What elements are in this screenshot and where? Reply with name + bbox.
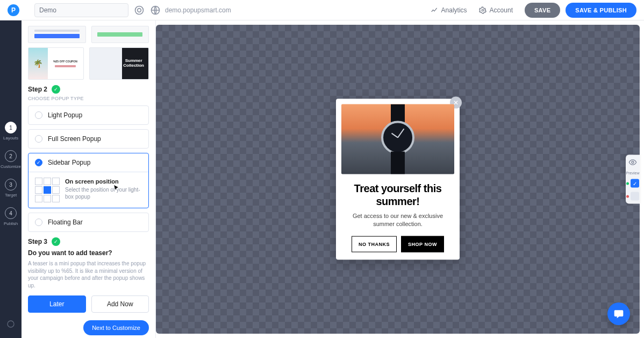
dock-device[interactable] bbox=[626, 192, 639, 201]
no-thanks-button[interactable]: NO THANKS bbox=[352, 236, 397, 252]
popup-type-option[interactable]: Floating Bar bbox=[28, 213, 149, 232]
svg-point-5 bbox=[632, 161, 634, 164]
template-thumb[interactable]: Summer Collection bbox=[89, 47, 149, 80]
preview-canvas[interactable]: ✕ Treat yourself this summer! Get access… bbox=[156, 25, 640, 334]
shop-now-button[interactable]: SHOP NOW bbox=[401, 236, 444, 252]
help-icon[interactable] bbox=[6, 320, 15, 328]
template-thumb[interactable] bbox=[28, 26, 86, 43]
teaser-description: A teaser is a mini popup that increases … bbox=[28, 260, 149, 289]
analytics-link[interactable]: Analytics bbox=[431, 6, 467, 14]
preview-label: Preview bbox=[626, 171, 640, 175]
analytics-icon bbox=[431, 6, 438, 14]
popup-image bbox=[341, 104, 454, 174]
step-label: Layouts bbox=[3, 136, 18, 140]
popup-type-option[interactable]: Full Screen Popup bbox=[28, 129, 149, 149]
gear-icon bbox=[479, 6, 486, 14]
svg-point-3 bbox=[482, 9, 484, 11]
radio-icon bbox=[35, 135, 42, 143]
step-label: Target bbox=[5, 193, 17, 198]
cursor-icon bbox=[113, 185, 119, 191]
later-button[interactable]: Later bbox=[28, 295, 86, 313]
template-thumb[interactable] bbox=[91, 26, 149, 43]
position-grid[interactable] bbox=[35, 178, 60, 202]
check-icon: ✓ bbox=[52, 85, 60, 94]
dock-device-active[interactable]: ✓ bbox=[626, 179, 639, 188]
side-panel: 🌴 %25 OFF COUPON Summer Collection Step … bbox=[22, 20, 156, 338]
account-link[interactable]: Account bbox=[479, 6, 513, 14]
check-icon: ✓ bbox=[52, 237, 60, 246]
site-url: demo.popupsmart.com bbox=[165, 6, 231, 14]
step2-header: Step 2✓ bbox=[28, 85, 149, 94]
step-label: Publish bbox=[4, 221, 18, 226]
brand-logo[interactable]: P bbox=[0, 0, 27, 20]
popup-type-option[interactable]: Light Popup bbox=[28, 105, 149, 125]
radio-icon bbox=[35, 219, 42, 226]
template-thumb[interactable]: 🌴 %25 OFF COUPON bbox=[28, 47, 84, 80]
add-now-button[interactable]: Add Now bbox=[91, 295, 149, 313]
popup-type-option-selected[interactable]: Sidebar Popup On screen positionSelect t… bbox=[28, 153, 149, 208]
position-cell-active[interactable] bbox=[44, 186, 51, 194]
step-dot-publish[interactable]: 4 bbox=[5, 207, 17, 219]
target-icon[interactable] bbox=[134, 5, 145, 16]
chat-icon bbox=[613, 308, 624, 319]
step-label: Customize bbox=[1, 164, 21, 169]
position-picker: On screen positionSelect the position of… bbox=[28, 172, 148, 208]
step-dot-target[interactable]: 3 bbox=[5, 179, 17, 191]
step-rail: 1 Layouts 2 Customize 3 Target 4 Publish bbox=[0, 20, 22, 338]
radio-icon bbox=[35, 159, 42, 166]
svg-point-4 bbox=[8, 321, 14, 327]
svg-point-0 bbox=[135, 6, 144, 14]
preview-dock: Preview ✓ bbox=[626, 155, 640, 204]
step3-header: Step 3✓ bbox=[28, 237, 149, 246]
step-dot-layouts[interactable]: 1 bbox=[5, 122, 17, 133]
svg-point-1 bbox=[138, 8, 141, 12]
next-to-customize-button[interactable]: Next to Customize bbox=[83, 320, 149, 335]
popup-body: Get access to our new & exclusive summer… bbox=[345, 212, 451, 229]
popup-preview[interactable]: ✕ Treat yourself this summer! Get access… bbox=[336, 99, 460, 260]
radio-icon bbox=[35, 111, 42, 119]
chat-button[interactable] bbox=[607, 302, 630, 325]
teaser-question: Do you want to add teaser? bbox=[28, 249, 149, 257]
step-dot-customize[interactable]: 2 bbox=[5, 150, 17, 162]
top-bar: P Demo demo.popupsmart.com Analytics Acc… bbox=[0, 0, 644, 20]
popup-title: Treat yourself this summer! bbox=[345, 182, 451, 208]
campaign-name-input[interactable]: Demo bbox=[34, 3, 128, 17]
save-button[interactable]: SAVE bbox=[525, 3, 560, 18]
eye-icon[interactable] bbox=[628, 158, 637, 167]
step2-subtitle: CHOOSE POPUP TYPE bbox=[28, 96, 149, 101]
save-publish-button[interactable]: SAVE & PUBLISH bbox=[566, 3, 636, 18]
globe-icon bbox=[150, 5, 161, 16]
